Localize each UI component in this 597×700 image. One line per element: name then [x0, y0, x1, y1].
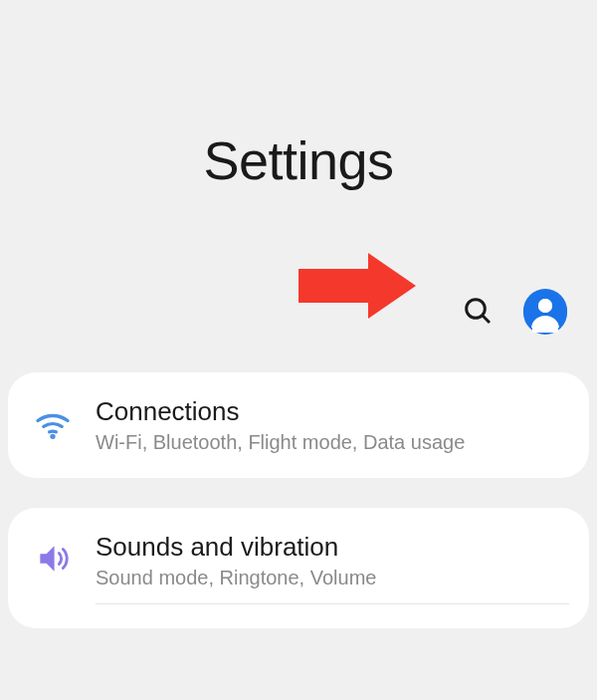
wifi-icon: [32, 402, 74, 444]
settings-item-sounds[interactable]: Sounds and vibration Sound mode, Rington…: [8, 508, 589, 628]
settings-item-subtitle: Wi-Fi, Bluetooth, Flight mode, Data usag…: [96, 431, 569, 454]
settings-list: Connections Wi-Fi, Bluetooth, Flight mod…: [0, 354, 597, 628]
header: Settings: [0, 0, 597, 221]
svg-point-7: [538, 299, 552, 313]
svg-marker-0: [298, 253, 416, 319]
search-icon: [462, 295, 494, 331]
settings-item-subtitle: Sound mode, Ringtone, Volume: [96, 567, 569, 589]
settings-item-content: Connections Wi-Fi, Bluetooth, Flight mod…: [96, 396, 569, 454]
settings-item-title: Sounds and vibration: [96, 532, 569, 563]
settings-item-title: Connections: [96, 396, 569, 427]
profile-icon: [523, 289, 567, 337]
divider: [96, 603, 569, 604]
toolbar: [0, 221, 597, 354]
sound-icon: [32, 538, 74, 580]
settings-item-content: Sounds and vibration Sound mode, Rington…: [96, 532, 569, 604]
profile-button[interactable]: [523, 291, 567, 335]
search-button[interactable]: [460, 295, 496, 331]
page-title: Settings: [0, 129, 597, 191]
settings-item-connections[interactable]: Connections Wi-Fi, Bluetooth, Flight mod…: [8, 372, 589, 478]
pointer-arrow-annotation: [298, 251, 418, 325]
svg-line-2: [483, 316, 490, 323]
svg-point-1: [467, 300, 486, 319]
svg-point-9: [52, 435, 54, 437]
